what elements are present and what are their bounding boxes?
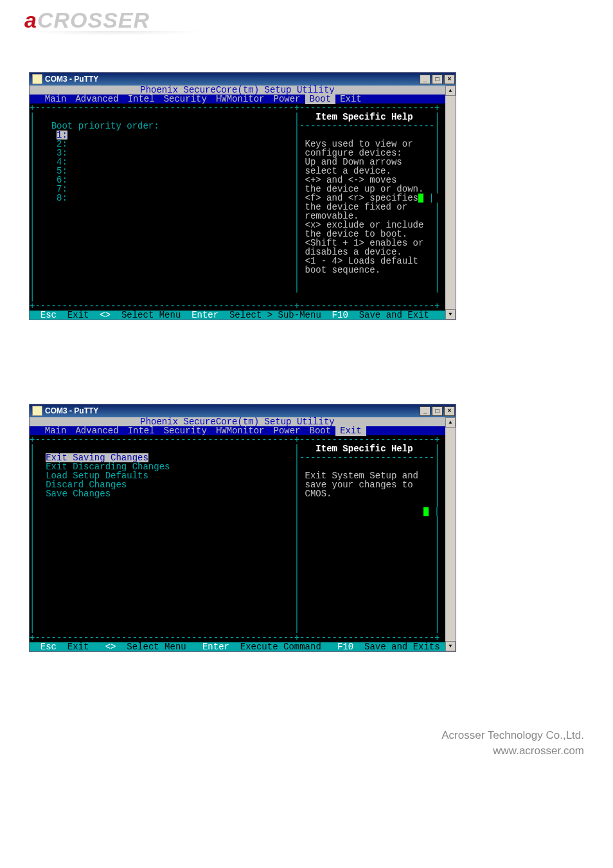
minimize-button[interactable]: _ <box>420 75 431 84</box>
close-button[interactable]: × <box>444 406 455 416</box>
logo: aCROSSER <box>0 0 613 31</box>
titlebar[interactable]: COM3 - PuTTY _ □ × <box>30 73 456 86</box>
utility-title: Phoenix SecureCore(tm) Setup Utility <box>30 417 445 426</box>
utility-title: Phoenix SecureCore(tm) Setup Utility <box>30 86 445 95</box>
maximize-button[interactable]: □ <box>432 406 443 416</box>
scroll-up-icon[interactable]: ▲ <box>445 417 456 428</box>
logo-a: a <box>24 8 37 32</box>
logo-rest: CROSSER <box>37 8 150 32</box>
bios-menu-bar[interactable]: MainAdvancedIntelSecurityHWMonitorPowerB… <box>30 426 445 435</box>
company-url: www.acrosser.com <box>0 745 584 757</box>
cursor-icon <box>423 507 429 516</box>
box-border-top: +---------------------------------------… <box>30 435 445 444</box>
window-title: COM3 - PuTTY <box>45 404 98 417</box>
putty-window-boot: COM3 - PuTTY _ □ × ▲ ▼ Phoenix SecureCor… <box>29 72 456 320</box>
page-footer: Acrosser Technology Co.,Ltd. www.acrosse… <box>0 729 584 757</box>
maximize-button[interactable]: □ <box>432 75 443 84</box>
putty-icon <box>32 74 42 84</box>
bios-footer: Esc Exit <> Select Menu Enter Execute Co… <box>30 642 445 651</box>
box-border-bottom: +---------------------------------------… <box>30 633 445 642</box>
scroll-down-icon[interactable]: ▼ <box>445 309 456 320</box>
company-name: Acrosser Technology Co.,Ltd. <box>0 729 584 742</box>
minimize-button[interactable]: _ <box>420 406 431 416</box>
bios-footer: Esc Exit <> Select Menu Enter Select > S… <box>30 311 445 320</box>
cursor-icon <box>418 194 423 203</box>
scrollbar[interactable]: ▲ ▼ <box>445 417 456 651</box>
scroll-down-icon[interactable]: ▼ <box>445 641 456 651</box>
box-border-bottom: +---------------------------------------… <box>30 302 445 311</box>
close-button[interactable]: × <box>444 75 455 84</box>
logo-reflection <box>24 31 204 35</box>
scroll-up-icon[interactable]: ▲ <box>445 86 456 96</box>
bios-menu-bar[interactable]: MainAdvancedIntelSecurityHWMonitorPowerB… <box>30 95 445 104</box>
box-border-top: +---------------------------------------… <box>30 104 445 113</box>
exit-item-save[interactable]: Exit Saving Changes <box>46 453 148 462</box>
putty-icon <box>32 406 42 416</box>
window-title: COM3 - PuTTY <box>45 73 98 86</box>
putty-window-exit: COM3 - PuTTY _ □ × ▲ ▼ Phoenix SecureCor… <box>29 404 456 652</box>
titlebar[interactable]: COM3 - PuTTY _ □ × <box>30 404 456 417</box>
boot-item-1[interactable]: 1: <box>57 131 67 140</box>
scrollbar[interactable]: ▲ ▼ <box>445 86 456 320</box>
